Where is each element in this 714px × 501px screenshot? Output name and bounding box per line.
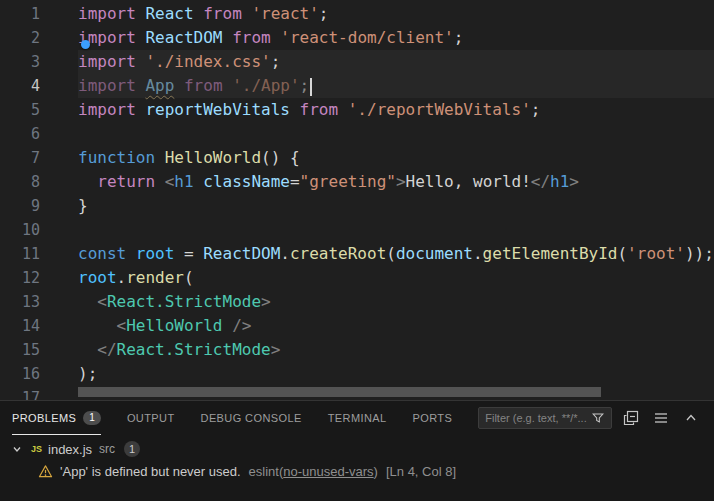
code-line[interactable]: <HelloWorld /> xyxy=(78,314,714,338)
code-token: React.StrictMode xyxy=(107,292,261,311)
code-token: render xyxy=(126,268,184,287)
code-token: /> xyxy=(232,316,251,335)
line-number: 6 xyxy=(0,122,78,146)
code-line[interactable]: return <h1 className="greeting">Hello, w… xyxy=(78,170,714,194)
code-token: React.StrictMode xyxy=(117,340,271,359)
code-token: Hello, world! xyxy=(406,172,531,191)
tab-debug-console[interactable]: DEBUG CONSOLE xyxy=(201,401,302,435)
code-line[interactable]: import React from 'react'; xyxy=(78,2,714,26)
code-token: document xyxy=(396,244,473,263)
code-token: ( xyxy=(386,244,396,263)
rule-link[interactable]: no-unused-vars xyxy=(283,464,373,479)
code-line[interactable]: const root = ReactDOM.createRoot(documen… xyxy=(78,242,714,266)
tab-ports-label: PORTS xyxy=(413,412,453,424)
code-token: 'react' xyxy=(251,4,318,23)
line-number: 8 xyxy=(0,170,78,194)
code-line[interactable]: root.render( xyxy=(78,266,714,290)
code-token: < xyxy=(117,316,127,335)
code-token: from xyxy=(300,100,348,119)
tab-problems[interactable]: PROBLEMS 1 xyxy=(12,401,101,435)
panel-tabbar: PROBLEMS 1 OUTPUT DEBUG CONSOLE TERMINAL… xyxy=(0,401,714,435)
code-line[interactable]: } xyxy=(78,194,714,218)
code-token xyxy=(78,316,117,335)
problem-item[interactable]: 'App' is defined but never used. eslint(… xyxy=(0,460,714,482)
maximize-panel-icon[interactable] xyxy=(682,409,700,427)
collapse-all-icon[interactable] xyxy=(622,409,640,427)
line-number: 2 xyxy=(0,26,78,50)
gutter: 1234567891011121314151617 xyxy=(0,0,78,400)
problems-count-badge: 1 xyxy=(83,411,101,425)
code-line[interactable]: import App from './App'; xyxy=(78,74,714,98)
code-token xyxy=(78,340,97,359)
tab-output[interactable]: OUTPUT xyxy=(127,401,175,435)
code-token: h1 xyxy=(550,172,569,191)
code-line[interactable]: ); xyxy=(78,362,714,386)
code-token: './reportWebVitals' xyxy=(348,100,531,119)
tab-output-label: OUTPUT xyxy=(127,412,175,424)
code-token: } xyxy=(78,196,88,215)
code-line[interactable]: import './index.css'; xyxy=(78,50,714,74)
code-token: function xyxy=(78,148,165,167)
problems-filter-input[interactable] xyxy=(485,412,589,424)
code-token xyxy=(78,172,97,191)
code-lines: import React from 'react';import ReactDO… xyxy=(78,0,714,400)
code-token: from xyxy=(203,4,251,23)
bottom-panel: PROBLEMS 1 OUTPUT DEBUG CONSOLE TERMINAL… xyxy=(0,400,714,501)
code-line[interactable]: </React.StrictMode> xyxy=(78,338,714,362)
line-number: 1 xyxy=(0,2,78,26)
file-problem-count-badge: 1 xyxy=(124,441,140,457)
line-number: 12 xyxy=(0,266,78,290)
view-as-table-icon[interactable] xyxy=(652,409,670,427)
code-token: import xyxy=(78,100,145,119)
code-token: </ xyxy=(531,172,550,191)
code-editor[interactable]: 1234567891011121314151617 import React f… xyxy=(0,0,714,400)
code-token: from xyxy=(232,28,280,47)
problems-file-group[interactable]: JS index.js src 1 xyxy=(0,438,714,460)
line-number: 11 xyxy=(0,242,78,266)
code-token: root xyxy=(136,244,184,263)
code-line[interactable]: function HelloWorld() { xyxy=(78,146,714,170)
code-token: ; xyxy=(300,76,310,95)
horizontal-scrollbar[interactable] xyxy=(78,387,601,397)
code-line[interactable]: <React.StrictMode> xyxy=(78,290,714,314)
code-token: ); xyxy=(78,364,97,383)
code-token: import xyxy=(78,52,145,71)
filter-icon[interactable] xyxy=(589,409,607,427)
problem-source: eslint(no-unused-vars) xyxy=(249,464,378,479)
code-token: return xyxy=(97,172,164,191)
code-token: import xyxy=(78,4,145,23)
tab-terminal[interactable]: TERMINAL xyxy=(328,401,387,435)
line-number: 7 xyxy=(0,146,78,170)
code-token: ; xyxy=(319,4,329,23)
code-token: HelloWorld xyxy=(165,148,261,167)
code-token: . xyxy=(117,268,127,287)
code-token: > xyxy=(271,340,281,359)
code-token: 'root' xyxy=(627,244,685,263)
code-line[interactable]: import reportWebVitals from './reportWeb… xyxy=(78,98,714,122)
code-token xyxy=(174,76,184,95)
line-number: 5 xyxy=(0,98,78,122)
code-token: > xyxy=(569,172,579,191)
code-token: HelloWorld xyxy=(126,316,232,335)
code-token: </ xyxy=(97,340,116,359)
tab-terminal-label: TERMINAL xyxy=(328,412,387,424)
code-line[interactable]: import ReactDOM from 'react-dom/client'; xyxy=(78,26,714,50)
warning-icon xyxy=(38,464,53,479)
problem-message: 'App' is defined but never used. xyxy=(60,464,241,479)
line-number: 4 xyxy=(0,74,78,98)
code-token: ReactDOM xyxy=(203,244,280,263)
code-line[interactable] xyxy=(78,122,714,146)
collaborator-cursor-dot xyxy=(81,40,90,49)
chevron-down-icon[interactable] xyxy=(8,440,26,458)
line-number: 17 xyxy=(0,386,78,400)
code-token: ; xyxy=(271,52,281,71)
code-token: < xyxy=(165,172,175,191)
code-line[interactable] xyxy=(78,218,714,242)
text-cursor xyxy=(310,78,312,96)
code-token: ( xyxy=(184,268,194,287)
code-token: ; xyxy=(454,28,464,47)
code-token: > xyxy=(261,292,271,311)
code-token xyxy=(194,172,204,191)
tab-ports[interactable]: PORTS xyxy=(413,401,453,435)
line-number: 16 xyxy=(0,362,78,386)
